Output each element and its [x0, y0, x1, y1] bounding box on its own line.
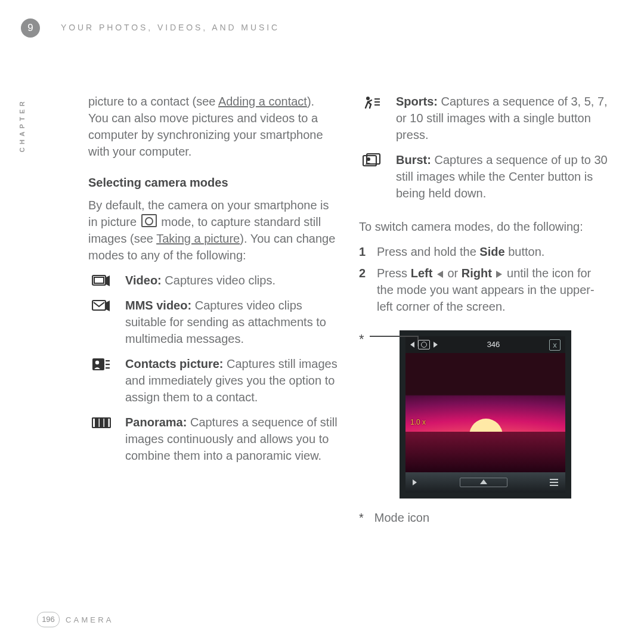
- contacts-picture-icon: [88, 355, 114, 405]
- footnote-text: Mode icon: [374, 509, 429, 526]
- expand-panel-icon: [460, 478, 507, 487]
- link-adding-a-contact[interactable]: Adding a contact: [218, 95, 307, 108]
- zoom-indicator: 1.0 x: [410, 417, 426, 428]
- svg-rect-2: [92, 301, 106, 310]
- modes-intro-paragraph: By default, the camera on your smartphon…: [88, 197, 338, 264]
- footnote-mark: *: [359, 509, 364, 526]
- sports-icon: [359, 93, 385, 143]
- heading-selecting-camera-modes: Selecting camera modes: [88, 174, 338, 191]
- close-icon: x: [549, 339, 561, 351]
- svg-rect-10: [100, 418, 104, 428]
- left-column: picture to a contact (see Adding a conta…: [88, 93, 338, 526]
- svg-point-4: [95, 361, 99, 364]
- screenshot-bottom-bar: [405, 472, 565, 493]
- mode-name: Contacts picture:: [125, 357, 223, 370]
- intro-paragraph: picture to a contact (see Adding a conta…: [88, 93, 338, 160]
- prev-mode-icon: [410, 342, 414, 348]
- camera-mode-icon: [418, 340, 430, 349]
- camera-screenshot: 346 x 1.0 x: [400, 330, 571, 499]
- step-text: Press and hold the Side button.: [377, 243, 544, 260]
- svg-rect-11: [104, 418, 109, 428]
- play-icon: [413, 479, 417, 485]
- svg-rect-14: [374, 101, 380, 103]
- svg-point-12: [366, 97, 370, 100]
- next-mode-icon: [434, 342, 438, 348]
- mode-row-mms-video: MMS video: Captures video clips suitable…: [88, 297, 338, 347]
- page-number: 196: [37, 612, 60, 627]
- svg-rect-7: [106, 367, 110, 369]
- mode-name: Sports:: [396, 95, 438, 108]
- step-text: Press Left or Right until the icon for t…: [377, 265, 608, 315]
- video-icon: [88, 272, 114, 289]
- running-head: YOUR PHOTOS, VIDEOS, AND MUSIC: [61, 22, 280, 34]
- mode-row-sports: Sports: Captures a sequence of 3, 5, 7, …: [359, 93, 608, 143]
- switch-intro: To switch camera modes, do the following…: [359, 218, 608, 235]
- footnote: * Mode icon: [359, 509, 608, 526]
- text: picture to a contact (see: [88, 95, 218, 108]
- svg-rect-5: [106, 360, 110, 361]
- mode-row-panorama: Panorama: Captures a sequence of still i…: [88, 414, 338, 464]
- menu-icon: [550, 479, 558, 486]
- left-arrow-icon: [437, 271, 443, 278]
- right-column: Sports: Captures a sequence of 3, 5, 7, …: [359, 93, 608, 526]
- screenshot-callout: * 346 x: [359, 330, 608, 499]
- step-2: 2 Press Left or Right until the icon for…: [359, 265, 608, 315]
- footer-section: CAMERA: [66, 615, 114, 626]
- camera-icon: [141, 214, 157, 227]
- panorama-icon: [88, 414, 114, 464]
- mode-row-contacts-picture: Contacts picture: Captures still images …: [88, 355, 338, 405]
- svg-rect-6: [106, 364, 110, 365]
- leader-line: [370, 336, 417, 337]
- burst-icon: [359, 151, 385, 202]
- mode-row-burst: Burst: Captures a sequence of up to 30 s…: [359, 151, 608, 202]
- asterisk-icon: *: [359, 330, 364, 349]
- svg-rect-9: [95, 418, 99, 428]
- mode-name: MMS video:: [125, 299, 191, 312]
- mode-name: Panorama:: [125, 416, 187, 429]
- mode-row-video: Video: Captures video clips.: [88, 272, 338, 289]
- chapter-side-label: CHAPTER: [18, 98, 27, 152]
- chapter-number-badge: 9: [21, 18, 40, 38]
- svg-rect-1: [94, 277, 104, 283]
- link-taking-a-picture[interactable]: Taking a picture: [156, 232, 240, 245]
- screenshot-top-bar: 346 x: [405, 336, 565, 353]
- step-number: 2: [359, 265, 369, 315]
- mms-video-icon: [88, 297, 114, 347]
- step-number: 1: [359, 243, 369, 260]
- shots-remaining: 346: [487, 339, 500, 350]
- water-graphic: [405, 432, 565, 472]
- right-arrow-icon: [496, 271, 502, 278]
- steps-list: 1 Press and hold the Side button. 2 Pres…: [359, 243, 608, 315]
- mode-name: Video:: [125, 274, 162, 287]
- mode-desc: Captures video clips.: [162, 274, 275, 287]
- mode-name: Burst:: [396, 153, 431, 166]
- svg-rect-13: [374, 98, 380, 100]
- step-1: 1 Press and hold the Side button.: [359, 243, 608, 260]
- viewfinder-image: 1.0 x: [405, 353, 565, 472]
- svg-rect-15: [374, 104, 380, 106]
